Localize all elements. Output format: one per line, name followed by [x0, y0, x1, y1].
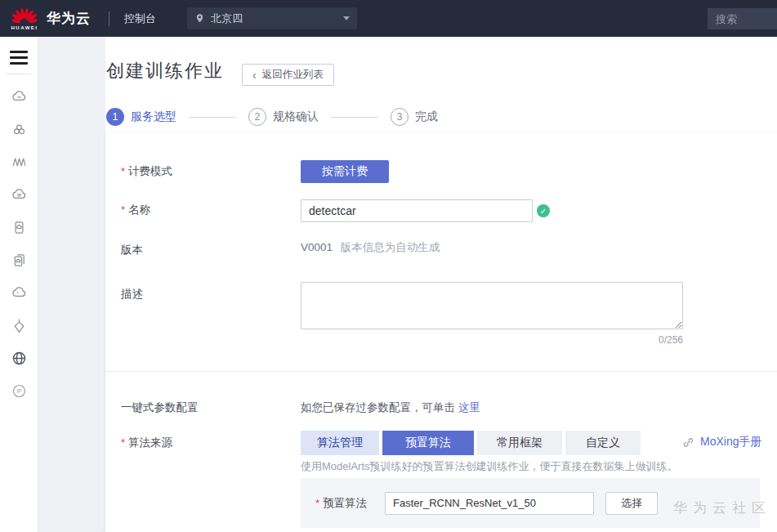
app-window: HUAWEI 华为云 控制台 北京四: [0, 0, 777, 532]
top-header: HUAWEI 华为云 控制台 北京四: [0, 0, 777, 37]
huawei-flower-icon: [12, 7, 37, 25]
region-label: 北京四: [211, 11, 243, 26]
watermark: 华为云社区: [673, 498, 771, 517]
step-number: 3: [391, 108, 409, 126]
page-title: 创建训练作业: [106, 59, 224, 83]
ip-icon: IP: [11, 382, 28, 400]
notebook-icon: [11, 219, 28, 236]
brand-name: 华为云: [47, 9, 91, 28]
form-card: *计费模式 按需计费 *名称 ✓ 版本 V0001 版本信息为自动生成 描述 0…: [105, 133, 777, 532]
algo-source-tabs: 算法管理 预置算法 常用框架 自定义: [301, 431, 641, 455]
globe-icon: [11, 350, 28, 367]
sidebar-item-copy[interactable]: [10, 252, 28, 269]
back-button[interactable]: ‹ 返回作业列表: [242, 64, 334, 86]
name-input[interactable]: [301, 199, 533, 222]
moxing-manual-label: MoXing手册: [700, 435, 761, 449]
description-label: 描述: [121, 287, 143, 302]
tab-common-framework[interactable]: 常用框架: [477, 431, 562, 455]
link-icon: [682, 436, 694, 449]
tab-algo-manage[interactable]: 算法管理: [301, 431, 379, 455]
region-selector[interactable]: 北京四: [187, 7, 357, 29]
prism-icon: [11, 317, 28, 334]
sidebar-item-ip[interactable]: IP: [10, 382, 28, 400]
step-number: 2: [248, 108, 266, 126]
console-link[interactable]: 控制台: [124, 11, 156, 26]
sidebar-item-modelarts[interactable]: [10, 154, 28, 171]
header-divider: [109, 11, 109, 26]
name-label: *名称: [121, 203, 150, 217]
waves-icon: [11, 154, 28, 171]
location-pin-icon: [194, 13, 205, 24]
billing-mode-label: *计费模式: [121, 164, 172, 179]
wizard-steps: 1 服务选型 2 规格确认 3 完成: [106, 108, 438, 126]
preset-algo-input[interactable]: [385, 492, 594, 515]
huawei-logo-text: HUAWEI: [7, 25, 42, 30]
back-button-label: 返回作业列表: [262, 68, 324, 82]
preset-algo-label: *预置算法: [315, 496, 367, 511]
algo-source-hint: 使用ModelArts预训练好的预置算法创建训练作业，便于直接在数据集上做训练。: [301, 459, 678, 474]
cloud-list-icon: [11, 186, 28, 203]
sidebar-item-cloud-dot[interactable]: [10, 284, 28, 302]
step-label: 完成: [415, 110, 438, 124]
sidebar-item-notebook[interactable]: [10, 219, 28, 236]
step-label: 规格确认: [273, 110, 319, 124]
content-gutter: [38, 37, 105, 532]
search-input[interactable]: [708, 8, 777, 29]
one-click-label: 一键式参数配置: [121, 400, 199, 415]
tab-preset-algo[interactable]: 预置算法: [382, 431, 474, 455]
step-label: 服务选型: [131, 110, 176, 124]
description-textarea[interactable]: [301, 282, 683, 329]
cloud-dot-icon: [11, 284, 28, 302]
left-sidebar: IP: [0, 37, 38, 532]
step-connector: [331, 117, 378, 118]
copy-icon: [11, 252, 28, 269]
version-value: V0001: [301, 241, 333, 253]
cloud-icon: [11, 88, 28, 105]
chevron-left-icon: ‹: [252, 69, 257, 81]
char-counter: 0/256: [301, 334, 683, 346]
step-connector: [189, 117, 236, 118]
sidebar-item-group[interactable]: [10, 121, 28, 138]
choose-button[interactable]: 选择: [605, 492, 658, 515]
one-click-text: 如您已保存过参数配置，可单击 这里: [301, 400, 480, 415]
sidebar-divider: [7, 74, 31, 74]
svg-text:IP: IP: [16, 388, 22, 394]
group-icon: [11, 121, 28, 138]
chevron-down-icon: [343, 16, 350, 20]
sidebar-item-cloud[interactable]: [10, 88, 28, 105]
step-service-selection: 1 服务选型: [106, 108, 176, 126]
required-mark: *: [315, 497, 319, 509]
step-finish: 3 完成: [391, 108, 438, 126]
huawei-logo: HUAWEI: [7, 7, 42, 30]
tab-custom[interactable]: 自定义: [565, 431, 641, 455]
step-spec-confirm: 2 规格确认: [248, 108, 319, 126]
version-label: 版本: [121, 243, 143, 257]
moxing-manual-link[interactable]: MoXing手册: [682, 435, 761, 449]
version-hint: 版本信息为自动生成: [341, 241, 440, 253]
required-mark: *: [121, 165, 125, 177]
sidebar-item-globe[interactable]: [10, 350, 28, 367]
required-mark: *: [121, 203, 125, 216]
algo-source-label: *算法来源: [121, 436, 172, 450]
billing-mode-button[interactable]: 按需计费: [301, 160, 389, 183]
here-link[interactable]: 这里: [458, 401, 480, 414]
sidebar-item-prism[interactable]: [10, 317, 28, 334]
sidebar-item-cloud-list[interactable]: [10, 186, 28, 203]
version-value-line: V0001 版本信息为自动生成: [301, 240, 440, 255]
menu-button[interactable]: [10, 51, 28, 65]
valid-check-icon: ✓: [537, 204, 550, 217]
step-number: 1: [106, 108, 124, 126]
section-divider: [105, 371, 777, 372]
required-mark: *: [121, 436, 125, 449]
